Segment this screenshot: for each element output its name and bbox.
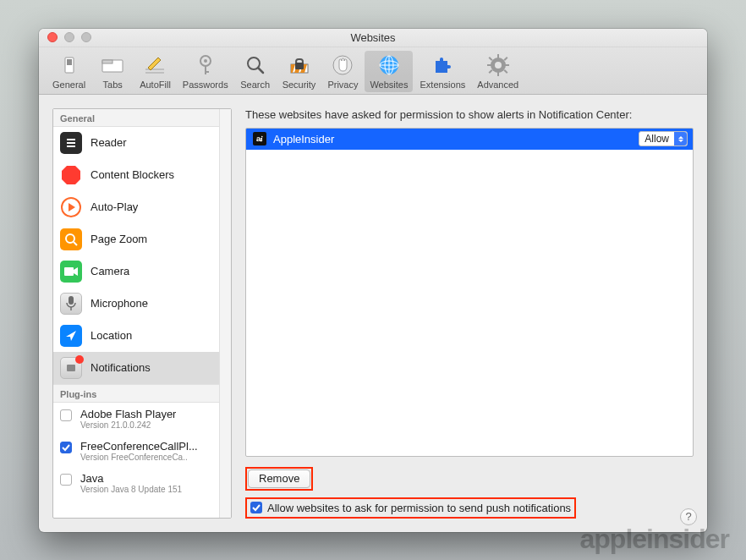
sidebar-item-camera[interactable]: Camera	[53, 255, 219, 288]
sidebar-section-plugins: Plug-ins	[53, 384, 219, 403]
svg-rect-29	[503, 57, 507, 61]
main-panel: These websites have asked for permission…	[245, 108, 694, 519]
hand-icon	[330, 52, 355, 78]
tab-general[interactable]: General	[47, 51, 91, 92]
site-row[interactable]: a𝒊 AppleInsider Allow	[246, 129, 693, 150]
svg-rect-33	[67, 145, 75, 147]
site-permission-list[interactable]: a𝒊 AppleInsider Allow	[245, 128, 694, 457]
svg-rect-25	[487, 64, 491, 66]
plugin-checkbox[interactable]	[60, 474, 72, 486]
svg-rect-14	[295, 63, 304, 69]
svg-point-22	[495, 62, 502, 69]
sidebar-item-location[interactable]: Location	[53, 320, 219, 352]
tab-websites[interactable]: Websites	[365, 51, 413, 92]
allow-push-label[interactable]: Allow websites to ask for permission to …	[267, 502, 571, 514]
svg-marker-34	[62, 166, 80, 184]
tab-passwords[interactable]: Passwords	[178, 51, 233, 92]
dropdown-arrows-icon	[674, 132, 687, 145]
site-favicon: a𝒊	[253, 132, 266, 145]
svg-rect-39	[64, 267, 74, 276]
tab-extensions[interactable]: Extensions	[414, 51, 470, 92]
svg-rect-4	[145, 69, 164, 70]
magnifier-icon	[243, 52, 268, 78]
play-icon	[60, 196, 82, 218]
location-arrow-icon	[60, 325, 82, 347]
notification-icon	[60, 357, 82, 379]
svg-rect-8	[205, 65, 206, 74]
svg-rect-41	[69, 296, 74, 305]
plugin-checkbox[interactable]	[60, 409, 72, 421]
microphone-icon	[60, 293, 82, 315]
annotation-highlight: Remove	[245, 467, 313, 491]
help-button[interactable]: ?	[680, 508, 697, 525]
websites-sidebar: General Reader Content Blockers	[52, 108, 232, 519]
pencil-form-icon	[142, 52, 167, 78]
plugin-item-flash[interactable]: Adobe Flash Player Version 21.0.0.242	[53, 403, 219, 435]
tab-autofill[interactable]: AutoFill	[134, 51, 176, 92]
svg-rect-32	[67, 142, 75, 144]
svg-rect-44	[67, 365, 75, 371]
svg-rect-3	[102, 60, 112, 63]
svg-rect-5	[145, 72, 164, 74]
remove-button[interactable]: Remove	[248, 469, 310, 488]
camera-icon	[60, 261, 82, 283]
svg-marker-40	[74, 267, 78, 276]
svg-rect-26	[505, 64, 509, 66]
svg-marker-43	[66, 331, 76, 341]
reader-icon	[60, 132, 82, 154]
sidebar-item-page-zoom[interactable]: Page Zoom	[53, 223, 219, 255]
svg-line-38	[74, 242, 77, 245]
window-title: Websites	[39, 31, 707, 44]
annotation-highlight: Allow websites to ask for permission to …	[245, 497, 576, 519]
key-icon	[193, 52, 218, 78]
lock-barrier-icon	[287, 52, 312, 78]
sidebar-item-auto-play[interactable]: Auto-Play	[53, 191, 219, 223]
preferences-window: Websites General Tabs AutoFill	[39, 29, 707, 532]
puzzle-icon	[430, 52, 455, 78]
sidebar-item-notifications[interactable]: Notifications	[53, 352, 219, 384]
tab-advanced[interactable]: Advanced	[472, 51, 524, 92]
preferences-toolbar: General Tabs AutoFill Passwords	[39, 47, 707, 95]
svg-rect-30	[488, 69, 492, 74]
zoom-icon	[60, 228, 82, 250]
plugin-item-java[interactable]: Java Version Java 8 Update 151	[53, 467, 219, 499]
gear-icon	[485, 52, 511, 78]
sidebar-item-reader[interactable]: Reader	[53, 127, 219, 159]
svg-rect-1	[67, 59, 72, 65]
tabs-icon	[100, 52, 125, 78]
plugin-checkbox[interactable]	[60, 442, 72, 453]
svg-rect-9	[205, 71, 209, 73]
tab-search[interactable]: Search	[235, 51, 276, 92]
svg-rect-24	[497, 72, 499, 76]
tab-security[interactable]: Security	[277, 51, 321, 92]
svg-line-11	[258, 68, 263, 73]
svg-rect-31	[67, 139, 75, 140]
globe-icon	[376, 52, 402, 78]
titlebar[interactable]: Websites	[39, 29, 707, 47]
sidebar-scrollbar[interactable]	[219, 109, 231, 518]
sidebar-item-microphone[interactable]: Microphone	[53, 288, 219, 320]
svg-rect-27	[488, 57, 492, 61]
tab-tabs[interactable]: Tabs	[92, 51, 133, 92]
svg-point-37	[66, 234, 74, 243]
allow-push-checkbox[interactable]	[250, 502, 262, 513]
tab-privacy[interactable]: Privacy	[322, 51, 363, 92]
svg-point-7	[204, 59, 207, 63]
svg-rect-28	[503, 69, 507, 74]
site-name: AppleInsider	[273, 133, 632, 145]
plugin-item-freeconference[interactable]: FreeConferenceCallPl... Version FreeConf…	[53, 435, 219, 467]
sidebar-section-general: General	[53, 109, 219, 127]
sidebar-item-content-blockers[interactable]: Content Blockers	[53, 159, 219, 191]
svg-rect-23	[497, 54, 499, 58]
stop-sign-icon	[60, 164, 82, 186]
switch-icon	[57, 52, 82, 78]
main-heading: These websites have asked for permission…	[245, 108, 694, 121]
permission-select[interactable]: Allow	[639, 131, 688, 146]
